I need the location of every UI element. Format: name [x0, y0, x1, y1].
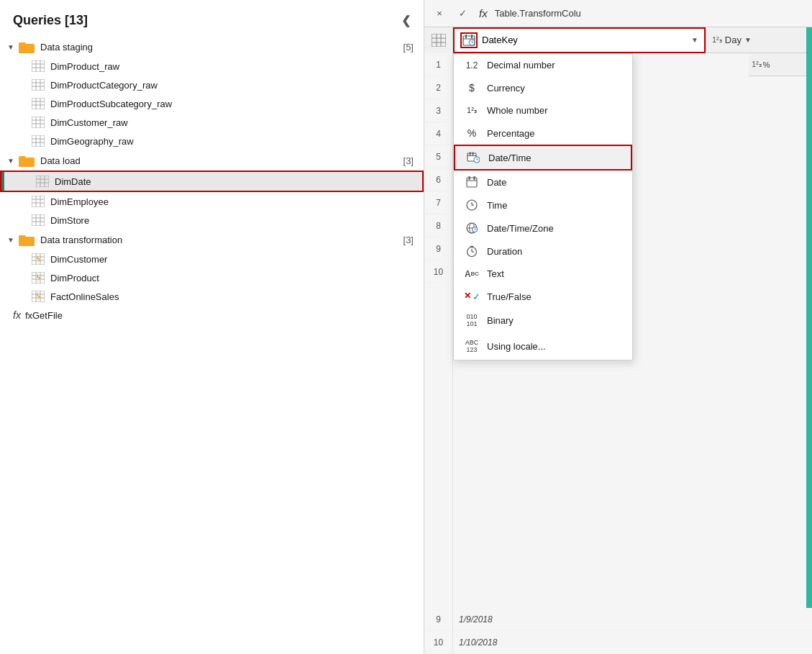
truefalse-icon: ✕ ✓	[464, 291, 480, 302]
dropdown-item-locale[interactable]: ABC123 Using locale...	[454, 334, 632, 360]
svg-marker-54	[37, 254, 40, 264]
data-row-10: 10 1/10/2018	[424, 631, 812, 654]
datekey-column-header[interactable]: DateKey ▼	[453, 27, 706, 53]
row-num-9: 9	[424, 237, 452, 260]
group-data-transformation[interactable]: ▼ Data transformation [3]	[0, 230, 424, 250]
dropdown-item-truefalse[interactable]: ✕ ✓ True/False	[454, 285, 632, 308]
query-name: DimCustomer_raw	[50, 117, 128, 128]
collapse-button[interactable]: ❮	[401, 14, 411, 27]
teal-accent-bar	[806, 27, 812, 53]
dropdown-item-datetimezone[interactable]: Date/Time/Zone	[454, 217, 632, 240]
svg-rect-2	[19, 45, 34, 53]
table-icon	[32, 117, 45, 128]
dropdown-item-datetime[interactable]: Date/Time	[454, 145, 632, 171]
query-item-dimproductcategory-raw[interactable]: DimProductCategory_raw	[0, 76, 424, 94]
decimal-icon: 1.2	[464, 60, 480, 71]
row-num-10: 10	[424, 260, 452, 283]
query-item-dimemployee[interactable]: DimEmployee	[0, 192, 424, 211]
query-item-dimcustomer[interactable]: DimCustomer	[0, 250, 424, 268]
arrow-icon: ▼	[7, 236, 16, 244]
locale-icon: ABC123	[464, 340, 480, 354]
data-area: 1 2 3 4 5 6 7 8 9 10	[424, 53, 812, 654]
svg-rect-74	[465, 35, 467, 38]
query-item-fxgetfile[interactable]: fx fxGetFile	[0, 306, 424, 324]
query-name: FactOnlineSales	[50, 291, 119, 302]
queries-panel: Queries [13] ❮ ▼ Data staging [5] DimPro…	[0, 0, 424, 654]
pct-header: 1²₃ %	[749, 53, 806, 76]
query-item-dimstore[interactable]: DimStore	[0, 211, 424, 230]
datetime-label: Date/Time	[488, 153, 531, 163]
group-count-transform: [3]	[403, 235, 414, 245]
dropdown-item-percentage[interactable]: % Percentage	[454, 122, 632, 145]
group-name-transform: Data transformation	[40, 235, 403, 245]
whole-number-icon: 1²₃	[464, 106, 480, 115]
query-item-dimproduct-raw[interactable]: DimProduct_raw	[0, 57, 424, 76]
query-name: DimGeography_raw	[50, 136, 134, 147]
dropdown-item-text[interactable]: ABC Text	[454, 263, 632, 285]
query-item-dimdate[interactable]: DimDate	[0, 171, 424, 192]
grid-icon	[432, 34, 446, 47]
query-name: DimEmployee	[50, 196, 109, 207]
svg-rect-13	[32, 98, 45, 109]
group-data-staging[interactable]: ▼ Data staging [5]	[0, 37, 424, 57]
query-name: DimCustomer	[50, 254, 107, 265]
confirm-icon: ✓	[459, 8, 467, 19]
date-label: Date	[487, 177, 506, 188]
duration-icon	[464, 245, 480, 257]
dropdown-item-duration[interactable]: Duration	[454, 240, 632, 263]
query-item-dimproduct[interactable]: DimProduct	[0, 268, 424, 287]
confirm-formula-button[interactable]: ✓	[453, 4, 472, 23]
table-lightning-icon	[32, 272, 45, 283]
query-item-dimcustomer-raw[interactable]: DimCustomer_raw	[0, 113, 424, 132]
column-name: DateKey	[482, 35, 687, 45]
main-editor-panel: × ✓ fx Table.TransformColu	[424, 0, 812, 654]
calendar-datetime-icon	[462, 35, 475, 46]
group-count-load: [3]	[403, 155, 414, 166]
group-count-staging: [5]	[403, 42, 414, 53]
dropdown-item-time[interactable]: Time	[454, 194, 632, 217]
query-name: DimStore	[50, 215, 89, 226]
formula-text: Table.TransformColu	[495, 8, 806, 19]
group-name-staging: Data staging	[40, 42, 403, 53]
folder-icon	[19, 40, 35, 53]
column-dropdown-arrow[interactable]: ▼	[691, 36, 698, 44]
cancel-icon: ×	[437, 8, 442, 19]
dropdown-item-currency[interactable]: $ Currency	[454, 76, 632, 99]
selection-accent	[1, 172, 4, 191]
svg-rect-86	[467, 178, 477, 187]
table-icon	[32, 60, 45, 72]
folder-icon	[19, 154, 35, 167]
table-icon	[32, 135, 45, 147]
svg-rect-18	[32, 117, 45, 128]
dropdown-item-decimal[interactable]: 1.2 Decimal number	[454, 54, 632, 76]
dropdown-item-date[interactable]: Date	[454, 171, 632, 194]
row-numbers-column: 1 2 3 4 5 6 7 8 9 10	[424, 53, 453, 608]
svg-rect-81	[470, 153, 471, 155]
query-name: DimProduct_raw	[50, 61, 119, 72]
query-tree: ▼ Data staging [5] DimProduct_raw DimPro…	[0, 37, 424, 654]
duration-label: Duration	[487, 246, 522, 257]
pct-header-name: %	[763, 60, 770, 69]
dropdown-item-whole-number[interactable]: 1²₃ Whole number	[454, 99, 632, 122]
query-item-dimproductsubcategory-raw[interactable]: DimProductSubcategory_raw	[0, 94, 424, 113]
table-lightning-icon	[32, 253, 45, 265]
row-num-5: 5	[424, 145, 452, 168]
data-row-9: 9 1/9/2018	[424, 608, 812, 631]
cancel-formula-button[interactable]: ×	[430, 4, 449, 23]
type-dropdown-menu[interactable]: 1.2 Decimal number $ Currency 1²₃ Whole …	[453, 53, 633, 360]
group-data-load[interactable]: ▼ Data load [3]	[0, 150, 424, 171]
datetimezone-label: Date/Time/Zone	[487, 223, 554, 234]
group-name-load: Data load	[40, 155, 403, 166]
text-type-icon: ABC	[464, 269, 480, 279]
table-icon	[32, 214, 45, 226]
query-item-dimgeography-raw[interactable]: DimGeography_raw	[0, 132, 424, 150]
percentage-icon: %	[464, 127, 480, 139]
svg-rect-8	[32, 79, 45, 91]
query-item-factonlinesales[interactable]: FactOnlineSales	[0, 287, 424, 306]
row-value-9: 1/9/2018	[453, 614, 498, 625]
locale-label: Using locale...	[487, 341, 546, 352]
grid-icon-cell[interactable]	[424, 27, 453, 53]
day-dropdown-arrow[interactable]: ▼	[744, 36, 752, 44]
dropdown-item-binary[interactable]: 010101 Binary	[454, 308, 632, 334]
table-icon	[32, 196, 45, 207]
